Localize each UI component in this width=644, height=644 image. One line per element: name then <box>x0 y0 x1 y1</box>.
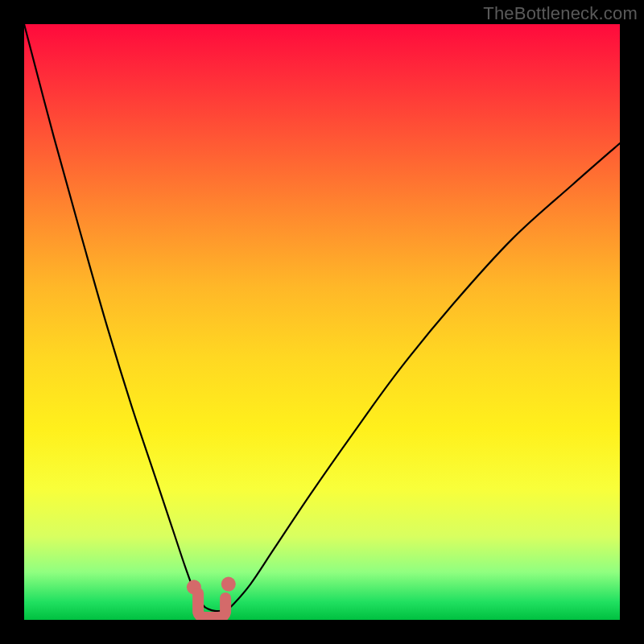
marker-right-dot <box>221 577 236 592</box>
chart-plot-area <box>24 24 620 620</box>
watermark-text: TheBottleneck.com <box>483 3 638 24</box>
chart-markers <box>24 24 620 620</box>
marker-trough <box>198 593 225 617</box>
